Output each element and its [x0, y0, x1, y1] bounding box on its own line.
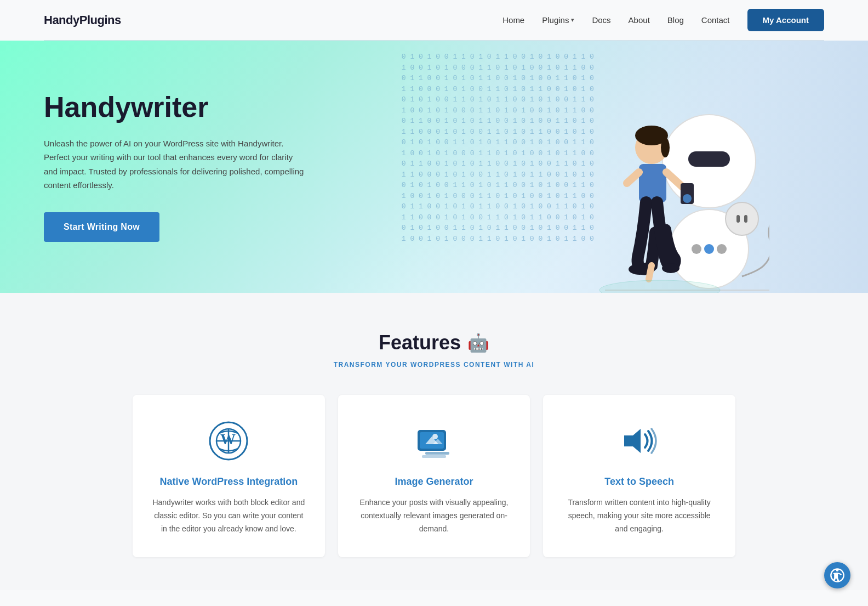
features-grid: W Native WordPress Integration Handywrit…	[133, 395, 735, 557]
accessibility-button[interactable]	[824, 562, 850, 588]
svg-point-11	[661, 138, 670, 157]
hero-illustration	[550, 63, 758, 293]
feature-card-image: Image Generator Enhance your posts with …	[338, 395, 530, 557]
svg-point-4	[704, 244, 714, 254]
nav-contact[interactable]: Contact	[701, 15, 730, 25]
image-generator-icon-wrap	[356, 421, 513, 463]
svg-point-29	[432, 434, 438, 439]
accessibility-icon	[830, 568, 845, 583]
chevron-down-icon: ▾	[571, 16, 574, 24]
logo: HandyPlugins	[44, 13, 121, 27]
header: HandyPlugins Home Plugins ▾ Docs About B…	[0, 0, 868, 40]
wordpress-icon: W	[209, 421, 248, 461]
svg-rect-12	[639, 164, 666, 202]
feature-name-wordpress: Native WordPress Integration	[150, 476, 307, 488]
nav: Home Plugins ▾ Docs About Blog Contact M…	[502, 9, 824, 31]
svg-rect-8	[744, 215, 747, 223]
wordpress-icon-wrap: W	[150, 421, 307, 463]
features-subtitle: TRANSFORM YOUR WORDPRESS CONTENT WITH AI	[44, 361, 824, 369]
svg-rect-1	[688, 151, 730, 167]
svg-line-19	[649, 265, 652, 279]
feature-desc-speech: Transform written content into high-qual…	[561, 496, 718, 535]
nav-about[interactable]: About	[629, 15, 650, 25]
nav-blog[interactable]: Blog	[667, 15, 684, 25]
feature-desc-image: Enhance your posts with visually appeali…	[356, 496, 513, 535]
svg-rect-7	[736, 215, 740, 223]
svg-rect-30	[425, 452, 449, 455]
feature-card-speech: Text to Speech Transform written content…	[543, 395, 735, 557]
svg-point-3	[692, 244, 701, 254]
text-to-speech-icon	[620, 421, 659, 461]
image-generator-icon	[414, 421, 454, 461]
nav-docs[interactable]: Docs	[592, 15, 610, 25]
feature-name-image: Image Generator	[356, 476, 513, 488]
svg-rect-31	[422, 455, 446, 458]
nav-home[interactable]: Home	[502, 15, 524, 25]
feature-name-speech: Text to Speech	[561, 476, 718, 488]
svg-marker-32	[624, 429, 641, 453]
svg-point-15	[683, 194, 692, 203]
text-to-speech-icon-wrap	[561, 421, 718, 463]
my-account-button[interactable]: My Account	[747, 9, 824, 31]
features-title: Features	[379, 331, 461, 354]
svg-text:W: W	[220, 431, 236, 448]
nav-plugins[interactable]: Plugins ▾	[542, 15, 574, 25]
svg-point-5	[717, 244, 727, 254]
svg-line-16	[627, 172, 639, 183]
start-writing-button[interactable]: Start Writing Now	[44, 212, 159, 242]
hero-description: Unleash the power of AI on your WordPres…	[44, 137, 307, 192]
feature-desc-wordpress: Handywriter works with both block editor…	[150, 496, 307, 535]
svg-point-6	[726, 202, 758, 235]
robot-icon: 🤖	[467, 332, 489, 353]
hero-section: 0 1 0 1 0 0 1 1 0 1 0 1 1 0 0 1 0 1 0 0 …	[0, 41, 868, 293]
features-title-row: Features 🤖	[44, 331, 824, 354]
hero-title: Handywriter	[44, 92, 307, 123]
header-divider	[44, 40, 824, 41]
feature-card-wordpress: W Native WordPress Integration Handywrit…	[133, 395, 325, 557]
features-section: Features 🤖 TRANSFORM YOUR WORDPRESS CONT…	[0, 293, 868, 590]
svg-point-18	[662, 263, 679, 273]
hero-content: Handywriter Unleash the power of AI on y…	[0, 59, 351, 274]
